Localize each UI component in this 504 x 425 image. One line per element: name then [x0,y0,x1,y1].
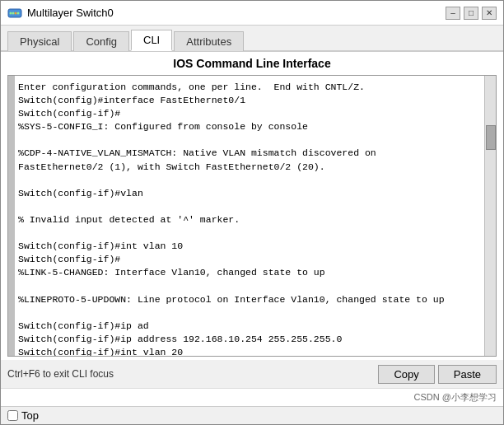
bottom-bar: Ctrl+F6 to exit CLI focus Copy Paste [1,360,503,388]
window-title: Multilayer Switch0 [27,7,114,19]
svg-point-2 [12,12,15,14]
title-bar-controls: – □ ✕ [446,7,497,20]
left-edge [8,76,15,356]
scrollbar-thumb[interactable] [486,125,496,150]
copy-button[interactable]: Copy [378,365,434,384]
close-button[interactable]: ✕ [482,7,497,20]
cli-terminal[interactable]: Enter configuration commands, one per li… [15,76,484,356]
svg-point-3 [15,12,17,14]
paste-button[interactable]: Paste [438,365,497,384]
switch-icon [7,6,22,21]
tab-config[interactable]: Config [73,31,129,51]
main-window: Multilayer Switch0 – □ ✕ Physical Config… [0,0,504,425]
cli-hint: Ctrl+F6 to exit CLI focus [7,368,114,380]
svg-point-1 [10,12,12,14]
tab-bar: Physical Config CLI Attributes [1,26,503,52]
tab-physical[interactable]: Physical [7,31,72,51]
tab-attributes[interactable]: Attributes [174,31,244,51]
minimize-button[interactable]: – [446,7,460,20]
watermark-bar: CSDN @小李想学习 [1,388,503,406]
top-label: Top [21,409,39,422]
section-title: IOS Command Line Interface [1,52,503,75]
tab-cli[interactable]: CLI [131,30,172,51]
title-bar-left: Multilayer Switch0 [7,6,114,21]
content-area: IOS Command Line Interface Enter configu… [1,52,503,388]
title-bar: Multilayer Switch0 – □ ✕ [1,1,503,26]
watermark-text: CSDN @小李想学习 [414,392,497,402]
cli-scrollbar[interactable] [484,76,496,356]
top-checkbox-bar: Top [1,406,503,424]
top-checkbox[interactable] [7,410,18,421]
cli-container: Enter configuration commands, one per li… [7,75,497,357]
svg-point-4 [17,12,20,14]
bottom-buttons: Copy Paste [378,365,497,384]
maximize-button[interactable]: □ [464,7,478,20]
